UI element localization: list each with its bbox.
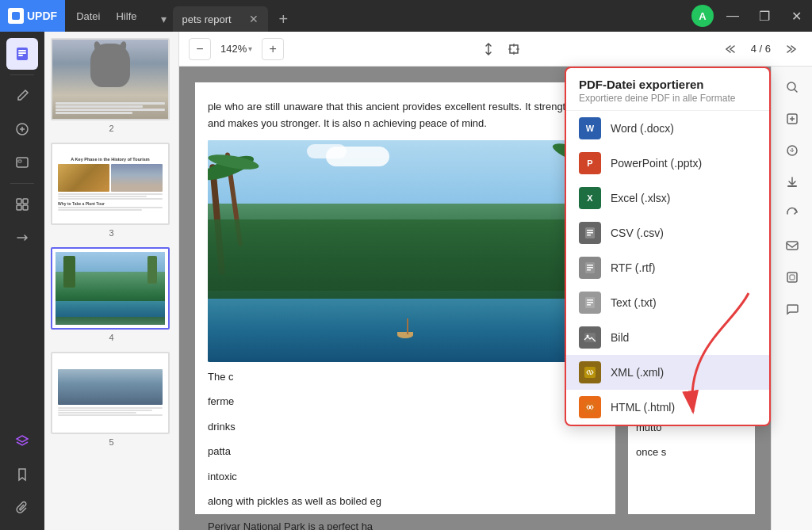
- export-csv-label: CSV (.csv): [611, 227, 664, 239]
- page-indicator: 4 / 6: [745, 43, 777, 55]
- tool-organize-button[interactable]: [6, 189, 38, 220]
- pdf-along: along with pickles as well as boiled eg: [208, 493, 603, 509]
- xml-icon: [579, 361, 601, 383]
- svg-rect-17: [790, 275, 795, 280]
- zoom-in-button[interactable]: +: [262, 38, 284, 60]
- svg-rect-21: [587, 234, 591, 236]
- pdf-the-c: The c: [208, 371, 234, 383]
- document-tab[interactable]: pets report ✕: [173, 6, 268, 32]
- right-tool-mail[interactable]: [778, 231, 806, 260]
- left-sidebar: [0, 32, 44, 530]
- svg-rect-24: [587, 267, 593, 269]
- export-word-label: Word (.docx): [611, 122, 674, 135]
- thumbnail-page-1[interactable]: 2: [51, 38, 172, 133]
- tool-attachment-button[interactable]: [6, 492, 38, 524]
- export-csv-item[interactable]: CSV (.csv): [566, 215, 769, 250]
- avatar[interactable]: A: [691, 5, 714, 27]
- close-button[interactable]: ✕: [780, 0, 812, 32]
- svg-rect-3: [18, 55, 23, 56]
- export-word-item[interactable]: W Word (.docx): [566, 111, 769, 146]
- new-tab-button[interactable]: +: [273, 10, 295, 29]
- export-ppt-item[interactable]: P PowerPoint (.pptx): [566, 146, 769, 181]
- thumbnail-panel[interactable]: 2 A Key Phase in the History of Tourism: [44, 32, 179, 530]
- svg-rect-1: [18, 50, 26, 51]
- export-html-item[interactable]: HTML (.html): [566, 390, 769, 425]
- export-ppt-label: PowerPoint (.pptx): [611, 157, 702, 170]
- export-html-label: HTML (.html): [611, 401, 675, 414]
- svg-rect-27: [587, 299, 593, 301]
- right-tool-chat[interactable]: [778, 295, 806, 323]
- right-tool-share[interactable]: [778, 200, 806, 228]
- tool-layers-button[interactable]: [6, 425, 38, 457]
- thumb-label-3: 4: [51, 333, 172, 342]
- thumb-img-4: [51, 352, 170, 434]
- zoom-controls: − 142% ▾ +: [189, 38, 284, 60]
- fit-all-button[interactable]: [503, 38, 525, 60]
- export-bild-label: Bild: [611, 331, 629, 344]
- fit-height-button[interactable]: [477, 38, 500, 60]
- export-rtf-item[interactable]: RTF (.rtf): [566, 250, 769, 285]
- logo-icon: [8, 8, 24, 24]
- word-icon: W: [579, 117, 601, 139]
- menu-hilfe[interactable]: Hilfe: [108, 0, 144, 32]
- svg-rect-2: [18, 52, 26, 54]
- tab-expand-icon[interactable]: ▾: [155, 13, 173, 25]
- svg-rect-6: [18, 160, 21, 162]
- pdf-para-1: ple who are still unaware that this anci…: [208, 98, 603, 132]
- tool-annotate-button[interactable]: [6, 113, 38, 145]
- right-sidebar: [771, 67, 812, 530]
- right-tool-export[interactable]: [778, 168, 806, 196]
- thumb-content-2: A Key Phase in the History of Tourism: [52, 144, 168, 223]
- tab-bar: ▾ pets report ✕ +: [148, 0, 692, 32]
- export-bild-item[interactable]: Bild: [566, 320, 769, 355]
- bild-icon: [579, 326, 601, 349]
- zoom-out-button[interactable]: −: [189, 38, 211, 60]
- next-section-button[interactable]: [780, 38, 802, 60]
- export-txt-item[interactable]: Text (.txt): [566, 285, 769, 320]
- svg-rect-20: [587, 232, 593, 234]
- menu-datei[interactable]: Datei: [68, 0, 108, 32]
- ppt-icon: P: [579, 152, 601, 174]
- svg-rect-19: [587, 230, 593, 231]
- thumb-content-4: [52, 353, 168, 433]
- svg-rect-25: [587, 269, 591, 271]
- tool-form-button[interactable]: [6, 147, 38, 178]
- thumbnail-page-3[interactable]: 4: [51, 247, 172, 342]
- svg-rect-10: [23, 205, 28, 210]
- zoom-dropdown-icon: ▾: [248, 44, 252, 53]
- export-excel-item[interactable]: X Excel (.xlsx): [566, 181, 769, 215]
- right-tool-settings[interactable]: [778, 263, 806, 292]
- pdf-para-bottom1: The c: [208, 368, 603, 385]
- zoom-value-display[interactable]: 142% ▾: [216, 43, 257, 55]
- tool-convert-button[interactable]: [6, 222, 38, 254]
- current-page: 4: [751, 43, 756, 55]
- html-icon: [579, 396, 601, 418]
- thumbnail-page-2[interactable]: A Key Phase in the History of Tourism: [51, 143, 172, 238]
- export-txt-label: Text (.txt): [611, 296, 657, 309]
- logo-text: UPDF: [27, 10, 57, 22]
- thumb-content-3: [52, 249, 168, 328]
- thumb-img-2: A Key Phase in the History of Tourism: [51, 143, 170, 225]
- svg-rect-16: [787, 273, 797, 282]
- maximize-button[interactable]: ❐: [749, 0, 780, 32]
- thumbnail-page-4[interactable]: 5: [51, 352, 172, 447]
- pdf-drinks: drinks: [208, 418, 603, 435]
- tool-edit-button[interactable]: [6, 80, 38, 112]
- pdf-ferme: ferme: [208, 393, 603, 410]
- right-tool-search[interactable]: [778, 73, 806, 101]
- thumb-label-2: 3: [51, 228, 172, 238]
- divider-1: [10, 74, 34, 75]
- tool-bookmark-button[interactable]: [6, 459, 38, 490]
- menu-bar: Datei Hilfe: [65, 0, 147, 32]
- svg-rect-34: [589, 406, 591, 409]
- prev-section-button[interactable]: [719, 38, 741, 60]
- right-tool-ocr[interactable]: [778, 105, 806, 133]
- svg-rect-9: [17, 205, 21, 210]
- export-xml-item[interactable]: XML (.xml): [566, 355, 769, 390]
- right-tool-ai[interactable]: [778, 136, 806, 165]
- window-controls: — ❐ ✕: [717, 0, 812, 32]
- tab-close-button[interactable]: ✕: [249, 13, 259, 25]
- minimize-button[interactable]: —: [717, 0, 749, 32]
- zoom-percent: 142%: [220, 43, 247, 55]
- tool-read-button[interactable]: [6, 38, 38, 70]
